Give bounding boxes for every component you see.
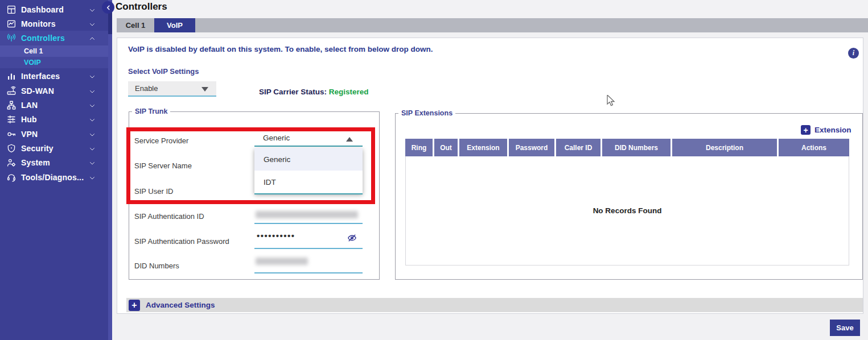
- sidebar-item-system[interactable]: System: [0, 155, 108, 169]
- chevron-down-icon: [201, 87, 208, 92]
- system-icon: [6, 157, 17, 168]
- sidebar-item-label: SD-WAN: [21, 86, 54, 96]
- sip-extensions-legend: SIP Extensions: [398, 109, 455, 117]
- sip-carrier-status-value: Registered: [329, 88, 369, 96]
- monitors-icon: [6, 18, 17, 29]
- sidebar-collapse-button[interactable]: [102, 1, 114, 14]
- save-button[interactable]: Save: [830, 320, 860, 336]
- page-title: Controllers: [116, 1, 167, 13]
- controllers-icon: [6, 32, 17, 43]
- service-provider-value[interactable]: Generic: [263, 134, 290, 142]
- sidebar-item-cell1[interactable]: Cell 1: [0, 45, 108, 57]
- sidebar: Dashboard Monitors Controllers Cell 1 VO…: [0, 0, 108, 340]
- sidebar-item-label: LAN: [21, 101, 38, 110]
- column-header-actions: Actions: [779, 139, 849, 156]
- tab-voip[interactable]: VoIP: [154, 18, 195, 32]
- hub-icon: [6, 114, 17, 125]
- chevron-down-icon: [89, 159, 96, 166]
- dropdown-option-idt[interactable]: IDT: [254, 171, 363, 193]
- add-extension-label: Extension: [814, 126, 851, 134]
- chevron-down-icon: [89, 20, 96, 27]
- app-window: Dashboard Monitors Controllers Cell 1 VO…: [0, 0, 868, 340]
- sidebar-item-label: Hub: [21, 115, 37, 124]
- chevron-down-icon: [89, 88, 96, 94]
- sidebar-item-voip[interactable]: VOIP: [0, 57, 108, 68]
- column-header-ring: Ring: [405, 139, 433, 156]
- sdwan-icon: [6, 85, 17, 96]
- chevron-down-icon: [89, 145, 96, 152]
- dashboard-icon: [6, 4, 17, 15]
- chevron-down-icon: [89, 73, 96, 80]
- sidebar-item-label: Monitors: [21, 19, 56, 28]
- sidebar-item-hub[interactable]: Hub: [0, 112, 108, 126]
- sip-auth-password-underline: [254, 248, 363, 249]
- did-numbers-redacted-value[interactable]: [256, 258, 308, 265]
- sidebar-item-label: Tools/Diagnos...: [21, 173, 84, 182]
- plus-icon: +: [129, 300, 140, 311]
- column-header-extension: Extension: [459, 139, 507, 156]
- sip-carrier-status: SIP Carrier Status: Registered: [259, 88, 369, 96]
- chevron-down-icon: [89, 102, 96, 109]
- add-extension-button[interactable]: + Extension: [801, 125, 851, 135]
- sidebar-item-label: VPN: [21, 130, 38, 139]
- chevron-left-icon: [105, 5, 112, 11]
- voip-enable-value: Enable: [135, 84, 158, 93]
- sidebar-item-label: System: [21, 158, 50, 167]
- no-records-text: No Records Found: [593, 206, 662, 215]
- service-provider-label: Service Provider: [134, 136, 188, 145]
- sidebar-item-label: Interfaces: [21, 72, 60, 81]
- sip-trunk-legend: SIP Trunk: [132, 107, 170, 115]
- sidebar-item-label: Dashboard: [21, 5, 64, 14]
- chevron-down-icon: [89, 131, 96, 138]
- chevron-up-icon: [89, 35, 96, 42]
- sidebar-scrollbar[interactable]: [108, 0, 112, 340]
- advanced-settings-toggle[interactable]: + Advanced Settings: [126, 298, 863, 312]
- column-header-password: Password: [509, 139, 554, 156]
- sidebar-subitem-label: VOIP: [24, 59, 41, 67]
- sip-auth-id-redacted-value[interactable]: [256, 211, 358, 218]
- sidebar-item-vpn[interactable]: VPN: [0, 127, 108, 141]
- extensions-table-header: Ring Out Extension Password Caller ID DI…: [405, 139, 849, 156]
- sidebar-item-label: Security: [21, 144, 54, 153]
- chevron-up-icon[interactable]: [346, 137, 353, 142]
- voip-enable-select[interactable]: Enable: [128, 81, 216, 97]
- vpn-icon: [6, 128, 17, 139]
- sip-user-id-label: SIP User ID: [134, 187, 173, 196]
- info-icon[interactable]: i: [848, 48, 859, 59]
- tab-bar: Cell 1 VoIP: [117, 18, 868, 32]
- sidebar-item-monitors[interactable]: Monitors: [0, 16, 108, 31]
- sidebar-item-interfaces[interactable]: Interfaces: [0, 69, 108, 83]
- chevron-down-icon: [89, 6, 96, 13]
- sip-user-id-underline: [254, 193, 363, 194]
- sidebar-item-security[interactable]: Security: [0, 141, 108, 155]
- sidebar-item-lan[interactable]: LAN: [0, 98, 108, 112]
- sidebar-item-tools-diagnostics[interactable]: Tools/Diagnos...: [0, 170, 108, 184]
- sip-auth-id-label: SIP Authentication ID: [134, 212, 204, 221]
- sidebar-item-sdwan[interactable]: SD-WAN: [0, 84, 108, 98]
- column-header-did-numbers: DID Numbers: [602, 139, 670, 156]
- chevron-down-icon: [89, 116, 96, 123]
- extensions-table-body: No Records Found: [405, 156, 849, 266]
- security-icon: [6, 143, 17, 154]
- sidebar-item-controllers[interactable]: Controllers: [0, 31, 108, 45]
- sip-server-name-label: SIP Server Name: [134, 161, 192, 170]
- service-provider-underline: [254, 146, 363, 147]
- sip-auth-id-underline: [254, 223, 363, 224]
- top-band: [112, 0, 868, 18]
- sidebar-subitem-label: Cell 1: [24, 47, 43, 55]
- advanced-settings-label: Advanced Settings: [146, 301, 215, 309]
- tools-icon: [6, 172, 17, 183]
- lan-icon: [6, 99, 17, 110]
- tab-cell1[interactable]: Cell 1: [117, 18, 154, 32]
- sip-auth-password-value[interactable]: ••••••••••: [257, 231, 295, 241]
- column-header-description: Description: [672, 139, 777, 156]
- voip-disabled-notice: VoIP is disabled by default on this syst…: [128, 45, 433, 53]
- dropdown-option-generic[interactable]: Generic: [254, 148, 363, 171]
- sidebar-item-dashboard[interactable]: Dashboard: [0, 2, 108, 16]
- select-voip-settings-label: Select VoIP Settings: [128, 67, 199, 76]
- column-header-caller-id: Caller ID: [556, 139, 600, 156]
- service-provider-dropdown: Generic IDT: [254, 148, 363, 193]
- interfaces-icon: [6, 71, 17, 81]
- plus-icon: +: [801, 125, 811, 135]
- eye-off-icon[interactable]: [347, 233, 357, 243]
